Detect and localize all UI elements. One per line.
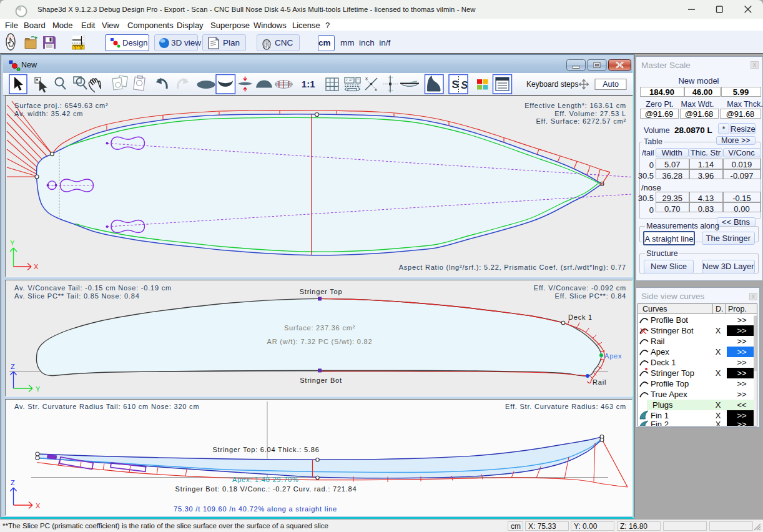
svg-text:0: 0 <box>80 46 82 50</box>
svg-text:Deck 1: Deck 1 <box>568 313 593 321</box>
svg-text:Rail: Rail <box>593 378 606 386</box>
svg-text:Stringer Bot: 0.18 V/Conc.: -0: Stringer Bot: 0.18 V/Conc.: -0.27 Curv. … <box>175 485 357 493</box>
svg-text:Effective Length*: 163.61 cm: Effective Length*: 163.61 cm <box>524 102 626 109</box>
svg-text:>>: >> <box>737 411 746 420</box>
svg-text:>>: >> <box>737 315 746 325</box>
svg-text:Aspect Ratio (lng²/srf.): 5.2: Aspect Ratio (lng²/srf.): 5.22, Prismati… <box>399 264 626 271</box>
svg-text:Profile Bot: Profile Bot <box>651 315 688 325</box>
svg-text:Eff. Str. Curvature Radius: 46: Eff. Str. Curvature Radius: 463 cm <box>505 403 626 410</box>
svg-text:>>: >> <box>737 347 746 357</box>
svg-text:AR (w/t): 7.32 PC (S/wt): 0.82: AR (w/t): 7.32 PC (S/wt): 0.82 <box>267 338 373 345</box>
svg-text:Stringer Top: Stringer Top <box>300 288 343 295</box>
svg-text:X: X <box>716 326 721 335</box>
svg-text:Z: Z <box>11 479 15 486</box>
svg-text:Profile Top: Profile Top <box>651 379 689 388</box>
svg-text:S: S <box>461 79 468 91</box>
svg-text:X: X <box>716 400 721 410</box>
svg-text:75.30 /t 109.60 /n 40.72% alon: 75.30 /t 109.60 /n 40.72% along a straig… <box>174 505 337 513</box>
svg-text:Deck 1: Deck 1 <box>651 358 676 367</box>
svg-text:>>: >> <box>737 379 746 388</box>
svg-text:Surface proj.: 6549.63 cm²: Surface proj.: 6549.63 cm² <box>14 102 108 109</box>
svg-text:>>: >> <box>737 368 746 378</box>
svg-text:Eff. V/Concave: -0.092 cm: Eff. V/Concave: -0.092 cm <box>534 284 626 292</box>
svg-text:x: x <box>375 87 377 92</box>
svg-text:Stringer Bot: Stringer Bot <box>300 377 342 384</box>
svg-text:Plugs: Plugs <box>652 400 673 410</box>
svg-text:Keyboard steps: Keyboard steps <box>526 80 578 89</box>
svg-text:Stringer Bot: Stringer Bot <box>651 326 694 335</box>
svg-text:Stringer Top: 6.04 Thick.: 5.8: Stringer Top: 6.04 Thick.: 5.86 <box>212 446 319 453</box>
svg-text:X: X <box>36 502 41 510</box>
svg-text:Av. V/Concave Tail: -0.15 cm N: Av. V/Concave Tail: -0.15 cm Nose: -0.19… <box>14 284 172 292</box>
svg-text:Apex: Apex <box>604 352 622 360</box>
svg-text:Fin 2: Fin 2 <box>651 420 669 426</box>
svg-text:Fin 1: Fin 1 <box>651 411 669 420</box>
svg-text:Y: Y <box>36 385 41 393</box>
svg-text:1:1: 1:1 <box>302 79 315 89</box>
svg-text:True Apex: True Apex <box>651 390 687 399</box>
svg-text:>>: >> <box>737 337 746 346</box>
svg-text:X: X <box>716 368 721 378</box>
svg-text:Eff. Surface: 6272.57 cm²: Eff. Surface: 6272.57 cm² <box>536 117 626 125</box>
svg-text:Apex: 1.48 29.70%: Apex: 1.48 29.70% <box>232 476 299 483</box>
svg-text:S: S <box>452 79 459 91</box>
svg-text:>>: >> <box>737 326 746 335</box>
svg-text:Stringer Top: Stringer Top <box>651 368 694 378</box>
svg-text:Av. Slice PC** Tail: 0.85 Nos: Av. Slice PC** Tail: 0.85 Nose: 0.84 <box>14 292 140 300</box>
svg-text:x: x <box>365 76 368 81</box>
svg-text:Eff. Volume: 27.53 L: Eff. Volume: 27.53 L <box>554 110 626 117</box>
svg-text:X: X <box>716 420 721 426</box>
svg-text:Av. width: 35.42 cm: Av. width: 35.42 cm <box>14 110 83 117</box>
svg-text:>>: >> <box>737 420 746 426</box>
svg-text:Auto: Auto <box>603 80 619 89</box>
svg-text:>>: >> <box>737 358 746 367</box>
svg-text:X: X <box>716 347 721 357</box>
svg-text:Eff. Slice PC**: 0.84: Eff. Slice PC**: 0.84 <box>555 292 626 300</box>
svg-text:Z: Z <box>11 363 15 370</box>
svg-text:Av. Str. Curvature Radius Tail: Av. Str. Curvature Radius Tail: 610 cm N… <box>14 403 199 410</box>
svg-text:Y: Y <box>10 239 15 247</box>
svg-text:Rail: Rail <box>651 337 665 346</box>
svg-text:X: X <box>716 411 721 420</box>
svg-text:Surface: 237.36 cm²: Surface: 237.36 cm² <box>284 324 355 332</box>
svg-text:<<: << <box>737 400 746 410</box>
svg-text:1: 1 <box>74 46 76 50</box>
svg-text:Apex: Apex <box>651 347 669 357</box>
svg-text:>>: >> <box>737 390 746 399</box>
svg-text:X: X <box>34 263 39 270</box>
